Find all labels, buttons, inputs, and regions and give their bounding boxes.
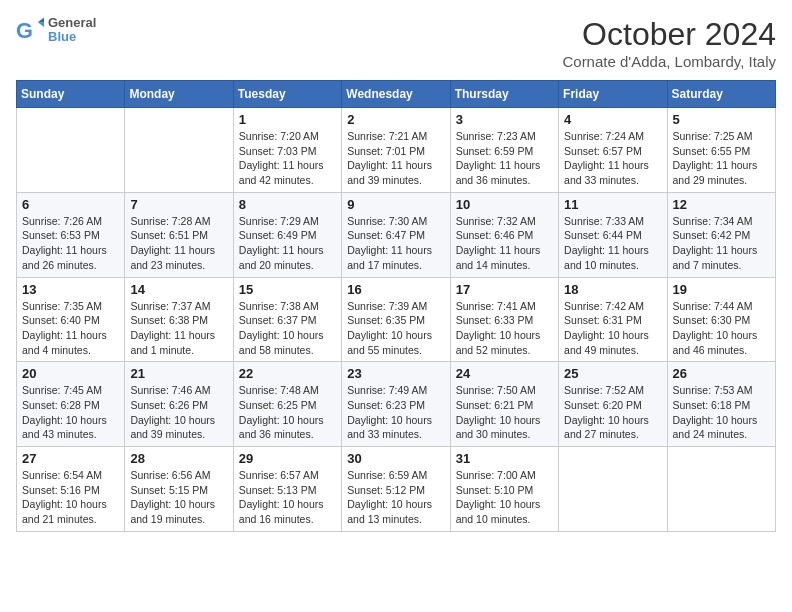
day-info: Sunrise: 7:44 AMSunset: 6:30 PMDaylight:… (673, 299, 770, 358)
weekday-header: Tuesday (233, 81, 341, 108)
day-info: Sunrise: 6:57 AMSunset: 5:13 PMDaylight:… (239, 468, 336, 527)
calendar-week-row: 6Sunrise: 7:26 AMSunset: 6:53 PMDaylight… (17, 192, 776, 277)
calendar-cell: 17Sunrise: 7:41 AMSunset: 6:33 PMDayligh… (450, 277, 558, 362)
calendar-cell: 12Sunrise: 7:34 AMSunset: 6:42 PMDayligh… (667, 192, 775, 277)
day-number: 24 (456, 366, 553, 381)
day-info: Sunrise: 7:52 AMSunset: 6:20 PMDaylight:… (564, 383, 661, 442)
calendar-cell: 8Sunrise: 7:29 AMSunset: 6:49 PMDaylight… (233, 192, 341, 277)
day-info: Sunrise: 6:54 AMSunset: 5:16 PMDaylight:… (22, 468, 119, 527)
calendar-cell: 10Sunrise: 7:32 AMSunset: 6:46 PMDayligh… (450, 192, 558, 277)
day-number: 20 (22, 366, 119, 381)
svg-text:G: G (16, 18, 33, 43)
day-number: 1 (239, 112, 336, 127)
day-number: 4 (564, 112, 661, 127)
title-block: October 2024 Cornate d'Adda, Lombardy, I… (562, 16, 776, 70)
day-info: Sunrise: 7:53 AMSunset: 6:18 PMDaylight:… (673, 383, 770, 442)
day-number: 19 (673, 282, 770, 297)
calendar-cell: 20Sunrise: 7:45 AMSunset: 6:28 PMDayligh… (17, 362, 125, 447)
weekday-header: Friday (559, 81, 667, 108)
day-info: Sunrise: 7:32 AMSunset: 6:46 PMDaylight:… (456, 214, 553, 273)
day-number: 30 (347, 451, 444, 466)
weekday-header: Saturday (667, 81, 775, 108)
day-info: Sunrise: 7:28 AMSunset: 6:51 PMDaylight:… (130, 214, 227, 273)
calendar-cell: 2Sunrise: 7:21 AMSunset: 7:01 PMDaylight… (342, 108, 450, 193)
logo-icon: G (16, 16, 44, 44)
calendar-cell: 5Sunrise: 7:25 AMSunset: 6:55 PMDaylight… (667, 108, 775, 193)
day-info: Sunrise: 7:39 AMSunset: 6:35 PMDaylight:… (347, 299, 444, 358)
day-number: 16 (347, 282, 444, 297)
day-info: Sunrise: 7:24 AMSunset: 6:57 PMDaylight:… (564, 129, 661, 188)
calendar-cell: 26Sunrise: 7:53 AMSunset: 6:18 PMDayligh… (667, 362, 775, 447)
day-number: 22 (239, 366, 336, 381)
day-info: Sunrise: 7:26 AMSunset: 6:53 PMDaylight:… (22, 214, 119, 273)
day-number: 13 (22, 282, 119, 297)
day-number: 26 (673, 366, 770, 381)
calendar-cell: 19Sunrise: 7:44 AMSunset: 6:30 PMDayligh… (667, 277, 775, 362)
weekday-header: Thursday (450, 81, 558, 108)
calendar-cell: 7Sunrise: 7:28 AMSunset: 6:51 PMDaylight… (125, 192, 233, 277)
calendar-cell (667, 447, 775, 532)
day-number: 7 (130, 197, 227, 212)
logo-general: General (48, 15, 96, 30)
page-header: G General Blue October 2024 Cornate d'Ad… (16, 16, 776, 70)
day-info: Sunrise: 7:20 AMSunset: 7:03 PMDaylight:… (239, 129, 336, 188)
calendar-cell: 1Sunrise: 7:20 AMSunset: 7:03 PMDaylight… (233, 108, 341, 193)
day-number: 27 (22, 451, 119, 466)
day-number: 9 (347, 197, 444, 212)
day-number: 6 (22, 197, 119, 212)
day-number: 23 (347, 366, 444, 381)
location: Cornate d'Adda, Lombardy, Italy (562, 53, 776, 70)
day-info: Sunrise: 7:45 AMSunset: 6:28 PMDaylight:… (22, 383, 119, 442)
day-number: 14 (130, 282, 227, 297)
calendar-cell: 31Sunrise: 7:00 AMSunset: 5:10 PMDayligh… (450, 447, 558, 532)
month-title: October 2024 (562, 16, 776, 53)
day-number: 17 (456, 282, 553, 297)
day-number: 11 (564, 197, 661, 212)
weekday-header: Monday (125, 81, 233, 108)
day-info: Sunrise: 6:56 AMSunset: 5:15 PMDaylight:… (130, 468, 227, 527)
day-info: Sunrise: 7:50 AMSunset: 6:21 PMDaylight:… (456, 383, 553, 442)
day-number: 8 (239, 197, 336, 212)
day-number: 15 (239, 282, 336, 297)
calendar-cell: 4Sunrise: 7:24 AMSunset: 6:57 PMDaylight… (559, 108, 667, 193)
svg-marker-1 (38, 23, 44, 28)
day-info: Sunrise: 7:21 AMSunset: 7:01 PMDaylight:… (347, 129, 444, 188)
day-number: 25 (564, 366, 661, 381)
calendar-cell: 13Sunrise: 7:35 AMSunset: 6:40 PMDayligh… (17, 277, 125, 362)
calendar-cell: 23Sunrise: 7:49 AMSunset: 6:23 PMDayligh… (342, 362, 450, 447)
day-info: Sunrise: 7:46 AMSunset: 6:26 PMDaylight:… (130, 383, 227, 442)
day-number: 21 (130, 366, 227, 381)
weekday-header: Sunday (17, 81, 125, 108)
day-info: Sunrise: 7:29 AMSunset: 6:49 PMDaylight:… (239, 214, 336, 273)
calendar-cell: 15Sunrise: 7:38 AMSunset: 6:37 PMDayligh… (233, 277, 341, 362)
day-info: Sunrise: 7:42 AMSunset: 6:31 PMDaylight:… (564, 299, 661, 358)
calendar-cell: 30Sunrise: 6:59 AMSunset: 5:12 PMDayligh… (342, 447, 450, 532)
calendar-week-row: 27Sunrise: 6:54 AMSunset: 5:16 PMDayligh… (17, 447, 776, 532)
day-info: Sunrise: 6:59 AMSunset: 5:12 PMDaylight:… (347, 468, 444, 527)
calendar-week-row: 20Sunrise: 7:45 AMSunset: 6:28 PMDayligh… (17, 362, 776, 447)
day-info: Sunrise: 7:00 AMSunset: 5:10 PMDaylight:… (456, 468, 553, 527)
day-number: 18 (564, 282, 661, 297)
day-info: Sunrise: 7:41 AMSunset: 6:33 PMDaylight:… (456, 299, 553, 358)
day-number: 3 (456, 112, 553, 127)
svg-marker-2 (38, 18, 44, 23)
calendar-cell: 29Sunrise: 6:57 AMSunset: 5:13 PMDayligh… (233, 447, 341, 532)
day-info: Sunrise: 7:48 AMSunset: 6:25 PMDaylight:… (239, 383, 336, 442)
logo: G General Blue (16, 16, 96, 45)
calendar-cell: 24Sunrise: 7:50 AMSunset: 6:21 PMDayligh… (450, 362, 558, 447)
calendar-cell: 28Sunrise: 6:56 AMSunset: 5:15 PMDayligh… (125, 447, 233, 532)
calendar-cell: 11Sunrise: 7:33 AMSunset: 6:44 PMDayligh… (559, 192, 667, 277)
day-number: 5 (673, 112, 770, 127)
day-info: Sunrise: 7:33 AMSunset: 6:44 PMDaylight:… (564, 214, 661, 273)
calendar-cell: 21Sunrise: 7:46 AMSunset: 6:26 PMDayligh… (125, 362, 233, 447)
calendar-cell: 9Sunrise: 7:30 AMSunset: 6:47 PMDaylight… (342, 192, 450, 277)
day-info: Sunrise: 7:38 AMSunset: 6:37 PMDaylight:… (239, 299, 336, 358)
day-info: Sunrise: 7:34 AMSunset: 6:42 PMDaylight:… (673, 214, 770, 273)
day-info: Sunrise: 7:37 AMSunset: 6:38 PMDaylight:… (130, 299, 227, 358)
day-info: Sunrise: 7:35 AMSunset: 6:40 PMDaylight:… (22, 299, 119, 358)
weekday-header: Wednesday (342, 81, 450, 108)
calendar-cell: 27Sunrise: 6:54 AMSunset: 5:16 PMDayligh… (17, 447, 125, 532)
calendar-week-row: 13Sunrise: 7:35 AMSunset: 6:40 PMDayligh… (17, 277, 776, 362)
day-number: 31 (456, 451, 553, 466)
logo-blue: Blue (48, 29, 76, 44)
